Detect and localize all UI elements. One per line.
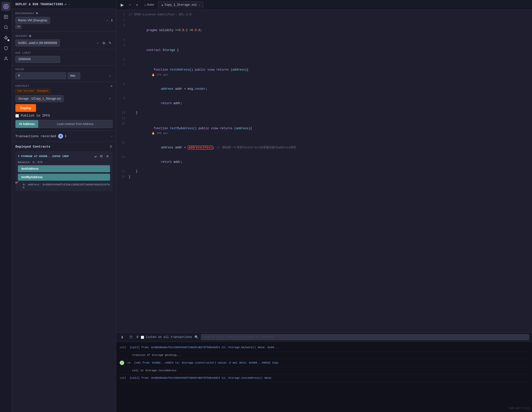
sidebar-icon-deploy[interactable]: [1, 33, 10, 42]
value-unit-wrapper[interactable]: Wei Gwei Ether: [68, 72, 113, 79]
left-panel: DEPLOY & RUN TRANSACTIONS ✔ › ENVIRONMEN…: [12, 0, 116, 412]
deployed-contracts-header: Deployed Contracts 🗑: [15, 145, 113, 149]
console-tag-2: vm: [127, 362, 131, 364]
load-contract-button[interactable]: Load contract from Address: [38, 120, 113, 128]
contract-output: 0: address: 0xd8b934580fcE35a11B58C6D73a…: [23, 183, 110, 189]
test-my-address-button[interactable]: testMyAddress: [18, 174, 110, 181]
red-arrow-2: ↙: [14, 178, 20, 186]
environment-label: ENVIRONMENT ⚑: [15, 11, 113, 15]
publish-ipfs-checkbox[interactable]: [15, 114, 19, 118]
console-history-button[interactable]: ⏱: [128, 335, 134, 340]
active-tab-label: Copy_1_Storage.sol: [165, 3, 197, 7]
panel-arrow: ›: [68, 3, 70, 6]
account-edit-button[interactable]: ✎: [108, 40, 113, 46]
contract-select-wrapper[interactable]: Storage - 1/Copy_1_Storage.sol: [15, 95, 113, 102]
sidebar-icon-search[interactable]: [1, 23, 10, 32]
code-line-4: 4: [116, 38, 532, 43]
contract-close-button[interactable]: ✕: [105, 153, 110, 159]
environment-select-wrapper[interactable]: Remix VM (Shanghai): [15, 17, 110, 24]
publish-ipfs-row: Publish to IPFS: [15, 114, 113, 118]
transactions-chevron-icon[interactable]: ›: [111, 134, 113, 138]
contract-refresh-icon[interactable]: ↻: [111, 84, 113, 87]
deployed-contracts-title: Deployed Contracts: [15, 145, 50, 149]
zoom-in-button[interactable]: +: [134, 2, 140, 8]
code-editor[interactable]: 1 // SPDX-License-Identifier: GPL-3.0 2 …: [116, 10, 532, 332]
home-icon: ⌂: [144, 3, 146, 7]
contract-section: CONTRACT ↻ evm version: shanghai Storage…: [12, 82, 116, 131]
tab-home[interactable]: ⌂ Home: [141, 2, 157, 8]
sidebar-icon-user[interactable]: [1, 54, 10, 63]
sidebar-icon-plugin[interactable]: [1, 2, 10, 11]
console-pending-1: creation of Storage pending...: [132, 353, 529, 358]
console-text-2: [vm] from: 0x5B3...eddC4 to: Storage.(co…: [134, 361, 278, 364]
listen-label: listen on all transactions: [146, 335, 192, 339]
svg-point-1: [5, 5, 7, 7]
transactions-info-icon[interactable]: ℹ: [65, 134, 66, 138]
info-icon[interactable]: ⚑: [36, 11, 38, 15]
contract-copy-button[interactable]: ⧉: [99, 153, 104, 159]
contract-label: CONTRACT ↻: [15, 84, 113, 87]
code-line-9: 9 return addr;: [116, 96, 532, 111]
tab-close-icon[interactable]: ✕: [198, 3, 200, 6]
listen-checkbox[interactable]: [141, 336, 144, 339]
value-label: VALUE: [15, 68, 113, 71]
code-line-7: 7 function testAddress() public view ret…: [116, 63, 532, 82]
icon-bar: [0, 0, 12, 412]
value-input[interactable]: [15, 72, 66, 79]
run-button[interactable]: ▶: [119, 1, 126, 8]
code-line-16: 16 }: [116, 175, 532, 180]
deploy-button[interactable]: Deploy: [15, 104, 36, 112]
success-icon: ✓: [120, 361, 124, 365]
contract-chevron-icon[interactable]: ▼: [18, 155, 20, 158]
console-text-1: [call] from: 0x5B38Da6a701c568545dCfcB03…: [130, 346, 279, 349]
account-copy-button[interactable]: ⧉: [102, 40, 106, 46]
right-panel: ▶ − + ⌂ Home ◈ Copy_1_Storage.sol ✕ 1 //…: [116, 0, 532, 412]
contract-select[interactable]: Storage - 1/Copy_1_Storage.sol: [15, 95, 64, 102]
contract-name: STORAGE AT 0XD8B...33FA8 (MEM: [21, 155, 93, 158]
value-unit-select[interactable]: Wei Gwei Ether: [68, 72, 80, 79]
svg-marker-8: [4, 36, 8, 40]
account-plus-icon[interactable]: ⊕: [29, 34, 31, 38]
panel-title: DEPLOY & RUN TRANSACTIONS ✔ ›: [15, 2, 70, 6]
transactions-count-badge: 2: [58, 134, 63, 139]
gas-limit-section: GAS LIMIT: [12, 49, 116, 66]
code-line-6: 6: [116, 57, 532, 63]
gas-limit-label: GAS LIMIT: [15, 52, 113, 54]
publish-ipfs-label: Publish to IPFS: [21, 114, 50, 118]
environment-row: Remix VM (Shanghai) ℹ: [15, 17, 113, 24]
home-tab-label: Home: [147, 3, 154, 7]
console-tag-1: call: [120, 346, 126, 349]
environment-info-icon[interactable]: ℹ: [111, 18, 113, 22]
check-icon: ✔: [65, 2, 67, 6]
console-text-3: [call] from: 0x5B38Da6a701c568545dCfcB03…: [130, 376, 272, 379]
console-entry-1: call [call] from: 0x5B38Da6a701c568545dC…: [120, 344, 529, 352]
tab-active-file[interactable]: ◈ Copy_1_Storage.sol ✕: [158, 1, 203, 8]
environment-select[interactable]: Remix VM (Shanghai): [15, 17, 50, 24]
contract-item: ▼ STORAGE AT 0XD8B...33FA8 (MEM ↙ ⧉ ✕ Ba…: [15, 151, 113, 191]
transactions-bar[interactable]: Transactions recorded 2 ℹ ›: [12, 131, 116, 142]
account-select-wrapper[interactable]: 0x5B3...eddC4 (99.99999999: [15, 40, 100, 46]
svg-point-6: [4, 26, 7, 29]
code-line-10: 10 }: [116, 111, 532, 116]
panel-title-text: DEPLOY & RUN TRANSACTIONS: [15, 3, 63, 6]
code-line-11: 11: [116, 116, 532, 122]
vm-badge: VM: [15, 25, 22, 29]
account-row: 0x5B3...eddC4 (99.99999999 ⧉ ✎: [15, 40, 113, 46]
gas-limit-input[interactable]: [15, 56, 60, 63]
account-select[interactable]: 0x5B3...eddC4 (99.99999999: [15, 40, 60, 46]
zoom-out-button[interactable]: −: [127, 2, 133, 8]
console-entry-2: creation of Storage pending...: [120, 352, 529, 359]
test-address-button[interactable]: testAddress: [18, 165, 110, 172]
console-expand-button[interactable]: ⬇: [119, 335, 125, 340]
deployed-contracts-section: Deployed Contracts 🗑 ▼ STORAGE AT 0XD8B.…: [12, 142, 116, 412]
console-toolbar: ⬇ ⏱ 0 listen on all transactions 🔍 Searc…: [116, 333, 532, 342]
at-address-button[interactable]: At Address: [15, 120, 38, 128]
sidebar-icon-files[interactable]: [1, 12, 10, 21]
console-tag-3: call: [120, 377, 126, 379]
sidebar-icon-debug[interactable]: [1, 44, 10, 53]
delete-all-icon[interactable]: 🗑: [109, 145, 113, 149]
search-box[interactable]: Search with transaction hash or address: [201, 334, 529, 340]
console-count: 0: [137, 335, 138, 339]
panel-header: DEPLOY & RUN TRANSACTIONS ✔ ›: [12, 0, 116, 9]
at-address-row: At Address Load contract from Address: [15, 120, 113, 128]
